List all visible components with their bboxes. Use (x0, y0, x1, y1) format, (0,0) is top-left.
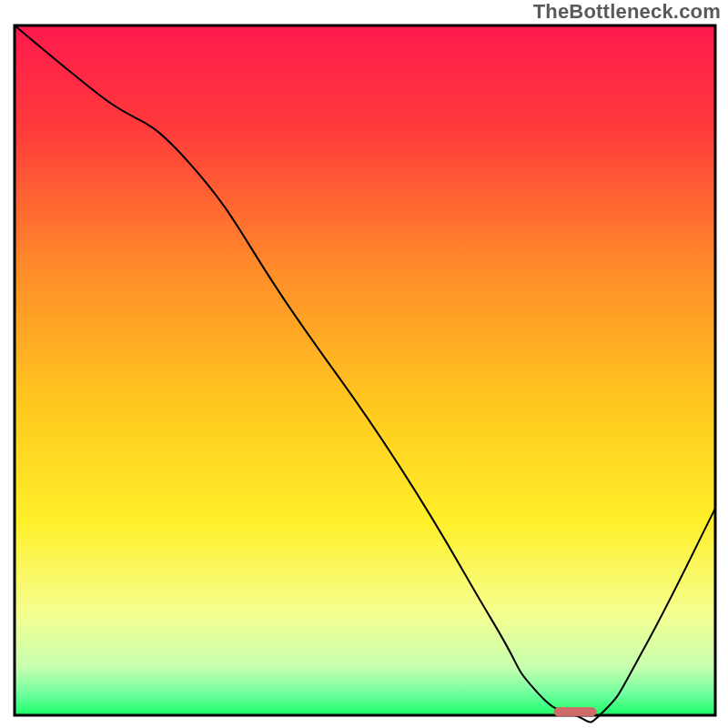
chart-container: TheBottleneck.com (0, 0, 728, 728)
chart-plot-area (15, 25, 715, 715)
optimal-marker (554, 708, 596, 716)
chart-svg (0, 0, 728, 728)
watermark-text: TheBottleneck.com (533, 0, 721, 24)
